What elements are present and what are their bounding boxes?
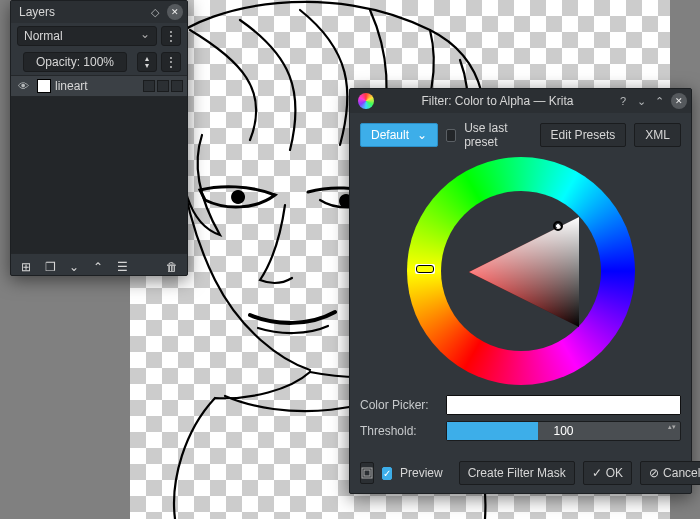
layer-list-empty[interactable] [11,97,187,253]
layers-bottom-bar: ⊞ ❐ ⌄ ⌃ ☰ 🗑 [11,253,187,279]
chevron-up-icon[interactable]: ⌃ [651,93,667,109]
preview-label: Preview [400,466,443,480]
svg-rect-4 [364,470,370,476]
blend-mode-select[interactable]: Normal [17,26,157,46]
krita-logo-icon [358,93,374,109]
chevron-down-icon[interactable]: ⌄ [633,93,649,109]
help-icon[interactable]: ? [615,93,631,109]
threshold-label: Threshold: [360,424,438,438]
delete-layer-icon[interactable]: 🗑 [163,258,181,276]
threshold-value: 100 [553,424,573,438]
layer-row[interactable]: 👁 lineart [11,75,187,97]
opacity-stepper[interactable]: ▴▾ [137,52,157,72]
create-filter-mask-button[interactable]: Create Filter Mask [459,461,575,485]
filter-dialog: Filter: Color to Alpha — Krita ? ⌄ ⌃ Def… [349,88,692,494]
edit-presets-button[interactable]: Edit Presets [540,123,627,147]
svg-marker-2 [469,217,579,327]
layer-thumb-icon[interactable] [37,79,51,93]
close-icon[interactable] [671,93,687,109]
use-last-preset-checkbox[interactable] [446,129,456,142]
opacity-slider[interactable]: Opacity: 100% [23,52,127,72]
blend-mode-value: Normal [24,29,63,43]
flag-icon[interactable] [171,80,183,92]
color-picker-label: Color Picker: [360,398,438,412]
threshold-slider[interactable]: 100 ▴▾ [446,421,681,441]
opacity-menu-icon[interactable]: ⋮ [161,52,181,72]
close-icon[interactable] [167,4,183,20]
detach-preview-icon[interactable] [360,462,374,484]
layers-titlebar[interactable]: Layers ◇ [11,1,187,23]
preset-value: Default [371,128,409,142]
xml-button[interactable]: XML [634,123,681,147]
layers-title: Layers [19,5,147,19]
undock-icon[interactable]: ◇ [147,4,163,20]
sv-handle[interactable] [553,221,563,231]
opacity-value: Opacity: 100% [36,55,114,69]
use-last-preset-label: Use last preset [464,121,523,149]
preview-checkbox[interactable] [382,467,392,480]
layer-flags [143,80,183,92]
filter-titlebar[interactable]: Filter: Color to Alpha — Krita ? ⌄ ⌃ [350,89,691,113]
filter-title: Filter: Color to Alpha — Krita [380,94,615,108]
add-layer-icon[interactable]: ⊞ [17,258,35,276]
layer-settings-icon[interactable]: ☰ [113,258,131,276]
preset-select[interactable]: Default [360,123,438,147]
hue-handle[interactable] [415,264,435,274]
layer-name[interactable]: lineart [55,79,139,93]
threshold-stepper[interactable]: ▴▾ [666,423,678,439]
move-down-icon[interactable]: ⌄ [65,258,83,276]
move-up-icon[interactable]: ⌃ [89,258,107,276]
color-picker-swatch[interactable] [446,395,681,415]
cancel-button[interactable]: ⊘ Cancel [640,461,700,485]
threshold-fill [447,422,538,440]
layers-panel: Layers ◇ Normal ⋮ Opacity: 100% ▴▾ ⋮ 👁 l… [10,0,188,276]
flag-icon[interactable] [157,80,169,92]
flag-icon[interactable] [143,80,155,92]
duplicate-layer-icon[interactable]: ❐ [41,258,59,276]
visibility-icon[interactable]: 👁 [15,78,31,94]
ok-button[interactable]: ✓ OK [583,461,632,485]
blend-mode-menu-icon[interactable]: ⋮ [161,26,181,46]
sv-triangle[interactable] [469,217,589,327]
color-wheel[interactable] [407,157,635,385]
